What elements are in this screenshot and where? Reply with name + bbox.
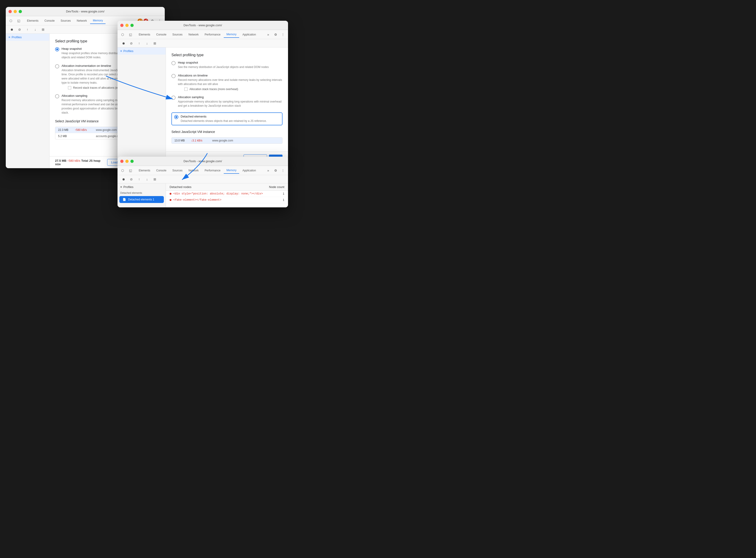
tab-app-3[interactable]: Application — [240, 168, 259, 174]
footer-size-1: 27.5 MB ↑580 kB/s Total JS heap size — [55, 159, 105, 166]
record-icon-1[interactable]: ⏺ — [8, 26, 15, 33]
cursor-icon[interactable]: ⬡ — [8, 18, 14, 24]
dn-code-0-3: <div style="position: absolute; display:… — [173, 192, 271, 195]
vm-size-1-1: 5.2 MB — [58, 134, 72, 138]
tab-network-1[interactable]: Network — [74, 18, 90, 24]
action-bar-2: ⏺ ⊘ ↑ ↓ ⊞ — [118, 39, 288, 48]
tab-elements-1[interactable]: Elements — [24, 18, 41, 24]
minimize-button-2[interactable] — [125, 24, 129, 27]
tab-memory-3[interactable]: Memory — [224, 167, 239, 174]
detached-icon-3: 📄 — [122, 198, 126, 202]
checkbox-row-2: Allocation stack traces (more overhead) — [184, 87, 282, 91]
maximize-button-2[interactable] — [130, 24, 134, 27]
layout-icon-3[interactable]: ⊞ — [152, 176, 158, 182]
more-tabs-icon-3[interactable]: » — [265, 167, 272, 174]
upload-icon-1[interactable]: ↑ — [24, 26, 31, 33]
tab-elements-3[interactable]: Elements — [136, 168, 153, 174]
device-icon[interactable]: ◱ — [16, 18, 22, 24]
cursor-icon-2[interactable]: ⬡ — [119, 31, 126, 38]
radio-inner-detached-2 — [175, 116, 177, 118]
tab-elements-2[interactable]: Elements — [136, 31, 153, 37]
tab-memory-2[interactable]: Memory — [224, 31, 239, 38]
dn-bullet-1-3 — [170, 199, 171, 201]
tab-console-2[interactable]: Console — [153, 31, 169, 37]
radio-heap-2[interactable] — [171, 61, 176, 65]
window-title-1: DevTools - www.google.com/ — [66, 10, 105, 13]
sidebar-item-profiles-3[interactable]: ≡ Profiles — [118, 183, 166, 191]
vm-size-0-1: 22.3 MB — [58, 128, 72, 131]
settings-icon-2[interactable]: ⚙ — [272, 31, 279, 38]
settings-icon-3[interactable]: ⚙ — [272, 167, 279, 174]
device-icon-3[interactable]: ◱ — [127, 167, 134, 174]
checkbox-stack-traces-1[interactable] — [68, 86, 71, 90]
vm-row-0-2[interactable]: 13.0 MB ↓3.1 kB/s www.google.com — [172, 137, 282, 144]
maximize-button-3[interactable] — [130, 160, 134, 163]
checkbox-alloc-stack-2[interactable] — [184, 87, 187, 91]
download-icon-1[interactable]: ↓ — [32, 26, 39, 33]
radio-detached-2[interactable] — [174, 115, 178, 119]
radio-alloc-sampling-2[interactable] — [171, 96, 176, 100]
stop-icon-2[interactable]: ⊘ — [128, 40, 134, 47]
sidebar-entry-detached-1[interactable]: 📄 Detached elements 1 — [119, 196, 164, 203]
dn-row-0-3[interactable]: <div style="position: absolute; display:… — [166, 191, 288, 197]
cursor-icon-3[interactable]: ⬡ — [119, 167, 126, 174]
record-icon-3[interactable]: ⏺ — [120, 176, 127, 182]
devtools-window-3: DevTools - www.google.com/ ⬡ ◱ Elements … — [118, 157, 288, 207]
tab-console-3[interactable]: Console — [153, 168, 169, 174]
stop-icon-3[interactable]: ⊘ — [128, 176, 134, 182]
radio-alloc-sampling-1[interactable] — [55, 94, 59, 98]
layout-icon-1[interactable]: ⊞ — [40, 26, 46, 33]
radio-alloc-timeline-2[interactable] — [171, 74, 176, 78]
radio-inner-heap-1 — [56, 48, 58, 50]
sidebar-3: ≡ Profiles Detached elements 📄 Detached … — [118, 183, 166, 207]
minimize-button-3[interactable] — [125, 160, 129, 163]
dn-node-count-0-3: 1 — [271, 192, 284, 195]
radio-heap-snapshot-1[interactable] — [55, 47, 59, 51]
title-bar-1: DevTools - www.google.com/ — [6, 7, 165, 16]
tab-network-3[interactable]: Network — [186, 168, 201, 174]
sidebar-2: ≡ Profiles — [118, 48, 166, 163]
more-icon-2[interactable]: ⋮ — [280, 31, 286, 38]
record-icon-2[interactable]: ⏺ — [120, 40, 127, 47]
option-alloc-sampling-2: Allocation sampling Approximate memory a… — [171, 95, 282, 108]
sidebar-profiles-label-2: Profiles — [124, 49, 133, 53]
tab-perf-3[interactable]: Performance — [202, 168, 223, 174]
sidebar-item-profiles-1[interactable]: ≡ Profiles — [6, 34, 49, 41]
upload-icon-2[interactable]: ↑ — [136, 40, 143, 47]
tab-sources-2[interactable]: Sources — [170, 31, 185, 37]
checkbox-label-2: Allocation stack traces (more overhead) — [190, 87, 238, 91]
layout-icon-2[interactable]: ⊞ — [152, 40, 158, 47]
more-icon-3[interactable]: ⋮ — [280, 167, 286, 174]
tab-network-2[interactable]: Network — [186, 31, 201, 37]
sidebar-item-profiles-2[interactable]: ≡ Profiles — [118, 48, 166, 55]
desc-heap-2: See the memory distribution of JavaScrip… — [178, 65, 269, 69]
close-button-1[interactable] — [8, 10, 12, 13]
sidebar-sub-3: Detached elements — [118, 191, 166, 195]
tab-bar-icons-3: ⬡ ◱ — [119, 167, 134, 174]
device-icon-2[interactable]: ◱ — [127, 31, 134, 38]
more-tabs-icon-2[interactable]: » — [265, 31, 272, 38]
tab-end-icons-3: » ⚙ ⋮ — [265, 167, 286, 174]
tab-performance-2[interactable]: Performance — [202, 31, 223, 37]
sidebar-profiles-label-3: Profiles — [124, 185, 133, 189]
dn-bullet-0-3 — [170, 193, 171, 195]
tab-console-1[interactable]: Console — [42, 18, 57, 24]
tab-memory-1[interactable]: Memory — [90, 18, 105, 24]
radio-alloc-instr-1[interactable] — [55, 64, 59, 69]
close-button-3[interactable] — [120, 160, 124, 163]
option-alloc-timeline-2: Allocations on timeline Record memory al… — [171, 74, 282, 91]
dn-row-1-3[interactable]: <fake-element></fake-element> 1 — [166, 197, 288, 203]
maximize-button-1[interactable] — [19, 10, 22, 13]
upload-icon-3[interactable]: ↑ — [136, 176, 143, 182]
tab-sources-1[interactable]: Sources — [58, 18, 74, 24]
close-button-2[interactable] — [120, 24, 124, 27]
download-icon-2[interactable]: ↓ — [144, 40, 150, 47]
tab-application-2[interactable]: Application — [240, 31, 259, 37]
tab-sources-3[interactable]: Sources — [170, 168, 185, 174]
tab-bar-2: ⬡ ◱ Elements Console Sources Network Per… — [118, 30, 288, 39]
vm-size-0-2: 13.0 MB — [174, 139, 188, 142]
stop-icon-1[interactable]: ⊘ — [16, 26, 23, 33]
minimize-button-1[interactable] — [14, 10, 17, 13]
desc-alloc-sampling-2: Approximate memory allocations by sampli… — [178, 100, 282, 108]
download-icon-3[interactable]: ↓ — [144, 176, 150, 182]
